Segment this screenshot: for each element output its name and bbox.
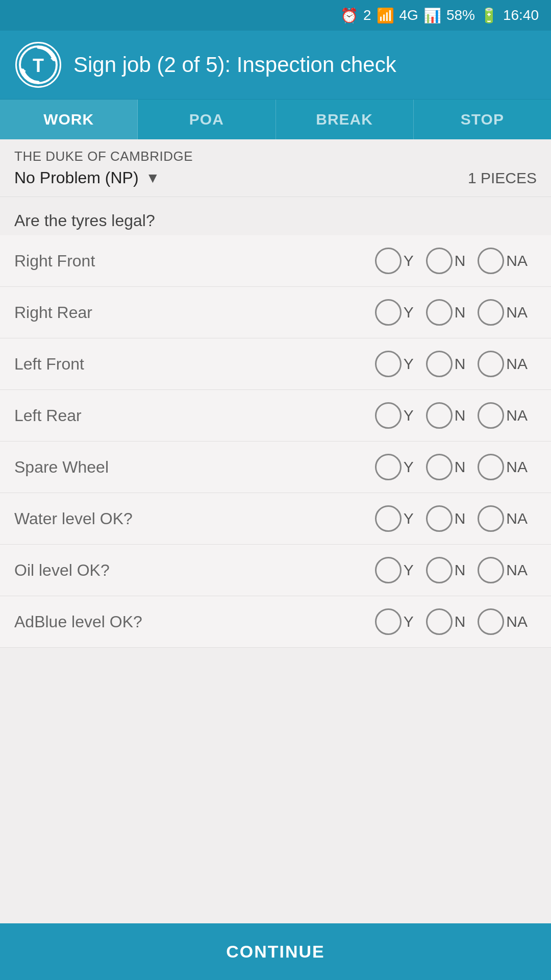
radio-group-water-level: YNNA xyxy=(375,505,537,532)
radio-left-rear-n[interactable]: N xyxy=(426,402,475,429)
radio-circle-right-rear-n[interactable] xyxy=(426,299,453,326)
radio-label-left-front-y: Y xyxy=(404,355,414,373)
radio-spare-wheel-na[interactable]: NA xyxy=(478,454,537,480)
radio-group-left-rear: YNNA xyxy=(375,402,537,429)
inspection-row-right-rear: Right RearYNNA xyxy=(0,287,551,338)
radio-right-front-na[interactable]: NA xyxy=(478,248,537,274)
inspection-row-oil-level: Oil level OK?YNNA xyxy=(0,545,551,596)
label-left-rear: Left Rear xyxy=(14,406,375,425)
radio-right-front-y[interactable]: Y xyxy=(375,248,423,274)
radio-label-right-rear-n: N xyxy=(455,304,466,321)
radio-spare-wheel-y[interactable]: Y xyxy=(375,454,423,480)
radio-right-rear-n[interactable]: N xyxy=(426,299,475,326)
inspection-row-right-front: Right FrontYNNA xyxy=(0,235,551,287)
radio-label-oil-level-y: Y xyxy=(404,561,414,579)
radio-circle-right-front-y[interactable] xyxy=(375,248,402,274)
radio-oil-level-na[interactable]: NA xyxy=(478,557,537,583)
data-icon: 📊 xyxy=(423,7,441,24)
radio-left-front-n[interactable]: N xyxy=(426,351,475,377)
radio-right-rear-y[interactable]: Y xyxy=(375,299,423,326)
radio-label-left-rear-na: NA xyxy=(506,407,528,424)
inspection-row-water-level: Water level OK?YNNA xyxy=(0,493,551,545)
pieces-count: 1 PIECES xyxy=(468,169,537,187)
radio-water-level-na[interactable]: NA xyxy=(478,505,537,532)
battery-percent: 58% xyxy=(446,7,475,23)
radio-adblue-level-n[interactable]: N xyxy=(426,608,475,635)
signal-icon: 📶 xyxy=(377,7,394,24)
radio-label-oil-level-n: N xyxy=(455,561,466,579)
radio-label-spare-wheel-y: Y xyxy=(404,458,414,476)
label-right-front: Right Front xyxy=(14,252,375,271)
svg-text:T: T xyxy=(33,55,44,76)
inspection-row-spare-wheel: Spare WheelYNNA xyxy=(0,442,551,493)
radio-circle-right-front-n[interactable] xyxy=(426,248,453,274)
radio-label-oil-level-na: NA xyxy=(506,561,528,579)
app-header: T Sign job (2 of 5): Inspection check xyxy=(0,31,551,99)
radio-label-adblue-level-y: Y xyxy=(404,613,414,630)
status-bar: ⏰ 2 📶 4G 📊 58% 🔋 16:40 xyxy=(0,0,551,31)
radio-circle-right-rear-y[interactable] xyxy=(375,299,402,326)
dropdown-selected-value: No Problem (NP) xyxy=(14,168,139,187)
radio-circle-left-rear-y[interactable] xyxy=(375,402,402,429)
alarm-icon: ⏰ xyxy=(340,7,358,24)
radio-right-front-n[interactable]: N xyxy=(426,248,475,274)
radio-left-rear-na[interactable]: NA xyxy=(478,402,537,429)
radio-oil-level-n[interactable]: N xyxy=(426,557,475,583)
radio-left-rear-y[interactable]: Y xyxy=(375,402,423,429)
radio-left-front-y[interactable]: Y xyxy=(375,351,423,377)
radio-label-right-rear-na: NA xyxy=(506,304,528,321)
radio-circle-oil-level-n[interactable] xyxy=(426,557,453,583)
dropdown-row: No Problem (NP) ▼ 1 PIECES xyxy=(0,166,551,197)
inspection-list: Right FrontYNNARight RearYNNALeft FrontY… xyxy=(0,235,551,648)
radio-circle-adblue-level-n[interactable] xyxy=(426,608,453,635)
radio-adblue-level-na[interactable]: NA xyxy=(478,608,537,635)
radio-circle-adblue-level-na[interactable] xyxy=(478,608,504,635)
tab-stop[interactable]: STOP xyxy=(414,100,551,139)
radio-label-left-front-n: N xyxy=(455,355,466,373)
radio-left-front-na[interactable]: NA xyxy=(478,351,537,377)
radio-circle-left-front-y[interactable] xyxy=(375,351,402,377)
radio-circle-left-front-na[interactable] xyxy=(478,351,504,377)
radio-circle-right-rear-na[interactable] xyxy=(478,299,504,326)
page-title: Sign job (2 of 5): Inspection check xyxy=(73,53,396,77)
tab-poa[interactable]: POA xyxy=(138,100,276,139)
radio-circle-adblue-level-y[interactable] xyxy=(375,608,402,635)
notification-count: 2 xyxy=(363,7,371,23)
radio-spare-wheel-n[interactable]: N xyxy=(426,454,475,480)
radio-adblue-level-y[interactable]: Y xyxy=(375,608,423,635)
label-water-level: Water level OK? xyxy=(14,509,375,528)
radio-water-level-n[interactable]: N xyxy=(426,505,475,532)
radio-label-left-rear-n: N xyxy=(455,407,466,424)
network-type: 4G xyxy=(399,7,418,23)
label-spare-wheel: Spare Wheel xyxy=(14,458,375,477)
radio-label-left-front-na: NA xyxy=(506,355,528,373)
radio-circle-water-level-n[interactable] xyxy=(426,505,453,532)
radio-circle-oil-level-y[interactable] xyxy=(375,557,402,583)
radio-label-spare-wheel-na: NA xyxy=(506,458,528,476)
radio-circle-right-front-na[interactable] xyxy=(478,248,504,274)
tab-break[interactable]: BREAK xyxy=(276,100,414,139)
radio-right-rear-na[interactable]: NA xyxy=(478,299,537,326)
radio-circle-water-level-y[interactable] xyxy=(375,505,402,532)
problem-dropdown[interactable]: No Problem (NP) ▼ xyxy=(14,168,468,187)
radio-circle-spare-wheel-n[interactable] xyxy=(426,454,453,480)
continue-button[interactable]: CONTINUE xyxy=(0,923,551,980)
radio-circle-left-rear-n[interactable] xyxy=(426,402,453,429)
radio-water-level-y[interactable]: Y xyxy=(375,505,423,532)
radio-circle-left-front-n[interactable] xyxy=(426,351,453,377)
radio-circle-left-rear-na[interactable] xyxy=(478,402,504,429)
radio-circle-oil-level-na[interactable] xyxy=(478,557,504,583)
radio-circle-spare-wheel-na[interactable] xyxy=(478,454,504,480)
radio-label-water-level-y: Y xyxy=(404,510,414,527)
radio-group-spare-wheel: YNNA xyxy=(375,454,537,480)
time-display: 16:40 xyxy=(503,7,539,23)
label-oil-level: Oil level OK? xyxy=(14,561,375,580)
radio-circle-spare-wheel-y[interactable] xyxy=(375,454,402,480)
radio-label-right-front-n: N xyxy=(455,252,466,270)
radio-label-right-front-na: NA xyxy=(506,252,528,270)
radio-oil-level-y[interactable]: Y xyxy=(375,557,423,583)
radio-circle-water-level-na[interactable] xyxy=(478,505,504,532)
radio-group-right-front: YNNA xyxy=(375,248,537,274)
tab-work[interactable]: WORK xyxy=(0,100,138,139)
label-right-rear: Right Rear xyxy=(14,303,375,322)
